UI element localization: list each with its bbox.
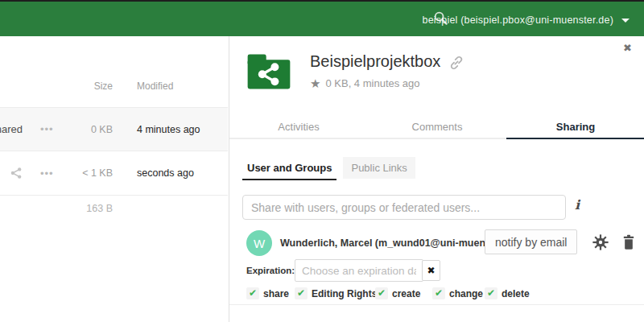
- file-size: 0 KB: [68, 108, 113, 151]
- permission-create[interactable]: ✔ create: [375, 287, 420, 299]
- shared-indicator-link[interactable]: Shared: [0, 108, 23, 151]
- tab-sharing[interactable]: Sharing: [506, 117, 644, 139]
- share-icon[interactable]: [8, 151, 24, 195]
- gear-icon[interactable]: [592, 233, 609, 251]
- subtab-public-links[interactable]: Public Links: [343, 157, 415, 179]
- more-options-icon[interactable]: •••: [40, 151, 54, 195]
- details-panel: ✖ Beispielprojektbox: [229, 36, 644, 322]
- user-account-menu[interactable]: beispiel (beispiel.pbox@uni-muenster.de): [423, 2, 630, 38]
- check-icon: ✔: [295, 287, 308, 299]
- info-icon[interactable]: i: [575, 197, 580, 213]
- detail-tabs: Activities Comments Sharing: [229, 117, 644, 139]
- more-options-icon[interactable]: •••: [40, 108, 54, 151]
- check-icon: ✔: [246, 287, 259, 299]
- check-icon: ✔: [485, 287, 497, 299]
- file-modified: seconds ago: [137, 151, 194, 195]
- file-list-header: Size Modified: [0, 80, 228, 103]
- permission-editing-rights[interactable]: ✔ Editing Rights:: [295, 287, 380, 299]
- check-icon: ✔: [432, 287, 445, 299]
- file-list: Size Modified Shared ••• 0 KB 4 minutes …: [0, 36, 229, 322]
- check-icon: ✔: [375, 287, 388, 299]
- share-with-input[interactable]: [242, 195, 566, 220]
- shared-folder-icon: [246, 49, 291, 94]
- expiration-date-input[interactable]: [295, 259, 423, 282]
- trash-icon[interactable]: [621, 233, 637, 251]
- expiration-label: Expiration:: [246, 266, 295, 275]
- permission-share[interactable]: ✔ share: [246, 287, 289, 299]
- permission-delete[interactable]: ✔ delete: [485, 287, 530, 299]
- file-list-summary-size: 163 B: [68, 203, 113, 214]
- tab-activities[interactable]: Activities: [229, 117, 368, 139]
- link-icon[interactable]: [448, 55, 464, 71]
- sharing-subtabs: User and Groups Public Links: [242, 157, 415, 180]
- divider: [229, 304, 644, 305]
- favorite-star-icon[interactable]: ★: [310, 77, 320, 89]
- subtab-users-groups[interactable]: User and Groups: [242, 157, 336, 180]
- clear-expiration-icon[interactable]: ✖: [422, 260, 440, 281]
- top-navigation-bar: beispiel (beispiel.pbox@uni-muenster.de): [0, 0, 644, 36]
- folder-title: Beispielprojektbox: [310, 52, 440, 71]
- folder-meta-row: ★ 0 KB, 4 minutes ago: [310, 77, 420, 89]
- close-icon[interactable]: ✖: [623, 43, 632, 53]
- tab-comments[interactable]: Comments: [368, 117, 506, 139]
- chevron-down-icon: [621, 19, 630, 23]
- file-size: < 1 KB: [68, 151, 113, 195]
- folder-title-row: Beispielprojektbox: [310, 52, 464, 71]
- app-window: beispiel (beispiel.pbox@uni-muenster.de)…: [0, 0, 644, 322]
- file-modified: 4 minutes ago: [137, 108, 200, 151]
- folder-meta: 0 KB, 4 minutes ago: [325, 77, 419, 89]
- column-header-size[interactable]: Size: [68, 80, 113, 92]
- file-row[interactable]: ••• < 1 KB seconds ago: [0, 151, 228, 196]
- permission-change[interactable]: ✔ change: [432, 287, 483, 299]
- file-row-selected[interactable]: Shared ••• 0 KB 4 minutes ago: [0, 107, 228, 151]
- notify-by-email-button[interactable]: notify by email: [485, 229, 577, 254]
- column-header-modified[interactable]: Modified: [137, 80, 173, 92]
- avatar: W: [246, 230, 272, 256]
- user-menu-label: beispiel (beispiel.pbox@uni-muenster.de): [423, 14, 613, 26]
